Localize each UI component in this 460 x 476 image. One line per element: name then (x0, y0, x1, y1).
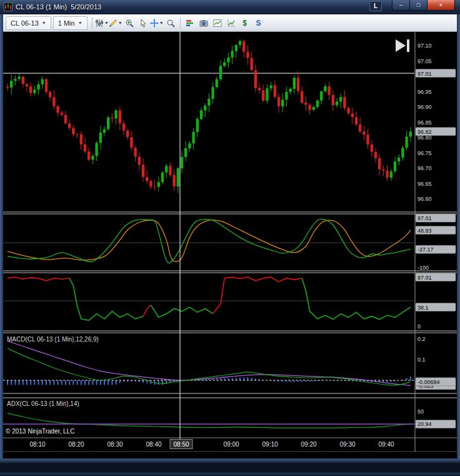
chart-image-button[interactable] (211, 16, 224, 30)
window-controls: L – □ × (369, 0, 455, 11)
interval-selector[interactable]: 1 Min ▼ (53, 16, 88, 30)
snapshot-button[interactable] (197, 16, 211, 30)
instrument-selector[interactable]: CL 06-13 ▼ (6, 16, 51, 30)
chevron-down-icon: ▼ (104, 21, 109, 25)
svg-text:38.1: 38.1 (418, 305, 429, 311)
indicators-icon (227, 19, 236, 28)
chart-style-icon (95, 19, 104, 28)
svg-text:-0.00694: -0.00694 (418, 379, 440, 385)
axis-label: 96.65 (418, 181, 432, 187)
time-axis-label: 08:40 (146, 441, 161, 448)
drawing-tools-button[interactable]: ▼ (109, 16, 122, 30)
time-axis-label: 09:00 (223, 441, 239, 448)
magnifier-icon (166, 19, 175, 28)
minimize-button[interactable]: – (392, 0, 410, 11)
chart-background[interactable] (3, 32, 457, 458)
svg-text:-27.17: -27.17 (418, 246, 434, 253)
window-border-right (457, 14, 460, 458)
axis-label: 97.10 (418, 43, 432, 49)
axis-label: 96.75 (418, 150, 432, 156)
axis-label: 0.2 (418, 336, 426, 342)
data-box-button[interactable] (164, 16, 178, 30)
time-axis-label: 09:10 (262, 441, 278, 448)
time-axis-label: 08:20 (68, 441, 84, 448)
chevron-down-icon: ▼ (159, 21, 164, 25)
time-axis-label: 08:30 (107, 441, 122, 448)
time-axis-label: 08:10 (29, 441, 45, 448)
axis-label: 0 (418, 323, 421, 330)
account-button[interactable]: $ (238, 16, 252, 30)
cursor-button[interactable] (136, 16, 150, 30)
svg-text:96.82: 96.82 (418, 129, 432, 135)
crosshair-icon (150, 19, 159, 28)
copyright-text: © 2013 NinjaTrader, LLC (6, 428, 74, 435)
window-title: CL 06-13 (1 Min) 5/20/2013 (16, 3, 101, 11)
toolbar-separator (92, 18, 92, 29)
time-axis-label: 09:20 (301, 441, 316, 448)
axis-label: 0.1 (418, 357, 426, 363)
axis-label: 96.85 (418, 119, 432, 126)
indicators-button[interactable] (224, 16, 238, 30)
axis-label: 50 (418, 408, 424, 415)
svg-text:08:50: 08:50 (173, 441, 189, 448)
strategy-s-icon: S (256, 19, 261, 27)
chevron-down-icon: ▼ (78, 21, 82, 25)
chart-trader-button[interactable] (183, 16, 197, 30)
instrument-label: CL 06-13 (11, 19, 39, 27)
svg-text:97.01: 97.01 (418, 215, 432, 221)
window-border-bottom (0, 458, 460, 476)
toolbar-separator (180, 18, 181, 29)
pencil-icon (109, 19, 118, 28)
macd-indicator-label: MACD(CL 06-13 (1 Min),12,26,9) (7, 336, 99, 343)
camera-icon (199, 19, 208, 28)
chevron-down-icon: ▼ (118, 21, 122, 25)
svg-text:97.01: 97.01 (418, 71, 432, 77)
chart-trader-icon (186, 19, 194, 28)
crosshair-button[interactable]: ▼ (150, 16, 164, 30)
chart-style-button[interactable]: ▼ (95, 16, 109, 30)
cursor-icon (139, 19, 148, 28)
maximize-button[interactable]: □ (410, 0, 427, 11)
strategy-button[interactable]: S (252, 16, 266, 30)
axis-label: 96.70 (418, 165, 432, 171)
axis-label: 97.05 (418, 58, 432, 64)
chart-window: CL 06-13 (1 Min) 5/20/2013 L – □ × CL 06… (0, 0, 460, 476)
time-axis-label: 09:40 (378, 441, 394, 448)
window-border-left (0, 14, 3, 458)
dollar-icon: $ (242, 19, 247, 27)
zoom-in-button[interactable] (122, 16, 136, 30)
app-chart-icon (4, 3, 12, 11)
zoom-in-icon (125, 19, 134, 28)
chevron-down-icon: ▼ (42, 21, 46, 25)
time-axis-label: 09:30 (339, 441, 355, 448)
l-button[interactable]: L (369, 1, 382, 11)
svg-text:97.01: 97.01 (418, 275, 432, 281)
adx-indicator-label: ADX(CL 06-13 (1 Min),14) (7, 400, 79, 407)
axis-label: 96.90 (418, 104, 432, 110)
svg-text:20.94: 20.94 (418, 421, 432, 427)
title-bar[interactable]: CL 06-13 (1 Min) 5/20/2013 L – □ × (0, 0, 460, 14)
chart-image-icon (213, 19, 222, 28)
toolbar: CL 06-13 ▼ 1 Min ▼ ▼ (3, 14, 457, 32)
interval-label: 1 Min (58, 19, 75, 27)
axis-label: 96.95 (418, 89, 432, 95)
svg-text:48.83: 48.83 (418, 228, 432, 234)
axis-label: -100 (418, 265, 429, 271)
close-button[interactable]: × (427, 0, 455, 11)
axis-label: 96.60 (418, 196, 432, 202)
